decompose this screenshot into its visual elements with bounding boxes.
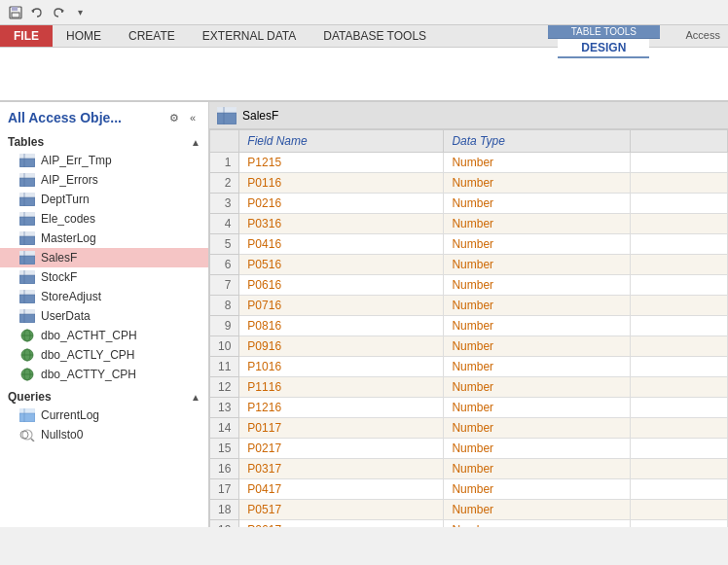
table-row[interactable]: 6 P0516 Number [210, 255, 728, 275]
tab-external-data[interactable]: EXTERNAL DATA [189, 25, 309, 47]
sidebar-item-salesf[interactable]: SalesF [0, 248, 208, 267]
globe-icon [19, 329, 35, 342]
quick-access-dropdown[interactable]: ▾ [70, 3, 90, 22]
sidebar: All Access Obje... ⚙ « Tables ▲ AIP_Err_… [0, 102, 209, 527]
table-row[interactable]: 19 P0617 Number [210, 520, 728, 528]
extra-cell [631, 439, 728, 459]
table-row[interactable]: 15 P0217 Number [210, 439, 728, 459]
data-type-cell: Number [444, 500, 631, 520]
svg-rect-26 [19, 251, 35, 256]
tab-design[interactable]: DESIGN [558, 39, 649, 58]
content-area: SalesF Field Name Data Type 1 P1215 Numb… [209, 102, 728, 527]
tab-database-tools[interactable]: DATABASE TOOLS [309, 25, 440, 47]
extra-cell [631, 459, 728, 479]
table-row[interactable]: 5 P0416 Number [210, 234, 728, 255]
row-num-cell: 11 [210, 357, 239, 377]
sidebar-item-aip-err-tmp[interactable]: AIP_Err_Tmp [0, 151, 208, 170]
sidebar-item-deptturn[interactable]: DeptTurn [0, 190, 208, 209]
field-name-cell: P0516 [239, 255, 444, 275]
sidebar-item-dbo-actty[interactable]: dbo_ACTTY_CPH [0, 365, 208, 384]
field-name-cell: P0216 [239, 194, 444, 214]
field-name-cell: P1016 [239, 357, 444, 377]
extra-cell [631, 173, 728, 194]
row-num-cell: 13 [210, 398, 239, 418]
field-name-cell: P1116 [239, 377, 444, 398]
app-name-label: Access [686, 29, 720, 41]
sidebar-item-userdata[interactable]: UserData [0, 306, 208, 326]
currentlog-label: CurrentLog [41, 408, 99, 422]
tab-home[interactable]: HOME [53, 25, 115, 47]
extra-cell [631, 479, 728, 500]
table-row[interactable]: 12 P1116 Number [210, 377, 728, 398]
tables-section-header[interactable]: Tables ▲ [0, 133, 208, 151]
table-row[interactable]: 9 P0816 Number [210, 316, 728, 336]
table-row[interactable]: 10 P0916 Number [210, 336, 728, 357]
content-table-icon [217, 107, 237, 124]
row-num-cell: 5 [210, 234, 239, 255]
field-name-cell: P0417 [239, 479, 444, 500]
undo-icon[interactable] [27, 3, 47, 22]
tab-create[interactable]: CREATE [115, 25, 189, 47]
sidebar-collapse-btn[interactable]: « [185, 110, 200, 125]
table-row[interactable]: 18 P0517 Number [210, 500, 728, 520]
table-icon [19, 193, 35, 206]
sidebar-item-aip-errors[interactable]: AIP_Errors [0, 170, 208, 190]
data-type-cell: Number [444, 316, 631, 336]
row-num-cell: 8 [210, 296, 239, 316]
data-grid[interactable]: Field Name Data Type 1 P1215 Number 2 P0… [209, 129, 728, 527]
sidebar-item-ele-codes[interactable]: Ele_codes [0, 209, 208, 229]
sidebar-item-currentlog[interactable]: CurrentLog [0, 406, 208, 425]
sidebar-config-btn[interactable]: ⚙ [166, 110, 182, 125]
row-num-cell: 18 [210, 500, 239, 520]
field-name-cell: P1216 [239, 398, 444, 418]
svg-line-56 [31, 439, 34, 441]
row-num-cell: 6 [210, 255, 239, 275]
svg-rect-38 [19, 309, 35, 314]
extra-cell [631, 336, 728, 357]
sidebar-item-stockf[interactable]: StockF [0, 267, 208, 287]
extra-cell [631, 316, 728, 336]
table-row[interactable]: 11 P1016 Number [210, 357, 728, 377]
field-name-cell: P0617 [239, 520, 444, 528]
table-row[interactable]: 8 P0716 Number [210, 296, 728, 316]
svg-rect-34 [19, 290, 35, 295]
svg-rect-51 [19, 408, 35, 413]
table-tools-label: TABLE TOOLS [548, 25, 660, 39]
data-type-cell: Number [444, 296, 631, 316]
table-row[interactable]: 16 P0317 Number [210, 459, 728, 479]
field-name-header: Field Name [239, 130, 444, 153]
dbo-actty-label: dbo_ACTTY_CPH [41, 368, 136, 381]
field-name-cell: P0317 [239, 459, 444, 479]
sidebar-item-masterlog[interactable]: MasterLog [0, 229, 208, 248]
table-row[interactable]: 2 P0116 Number [210, 173, 728, 194]
extra-cell [631, 398, 728, 418]
query2-icon [19, 428, 35, 441]
save-icon[interactable] [6, 3, 25, 22]
tab-file[interactable]: FILE [0, 25, 53, 47]
table-row[interactable]: 17 P0417 Number [210, 479, 728, 500]
table-row[interactable]: 1 P1215 Number [210, 153, 728, 173]
table-row[interactable]: 3 P0216 Number [210, 194, 728, 214]
svg-rect-6 [19, 154, 35, 159]
row-num-cell: 19 [210, 520, 239, 528]
table-row[interactable]: 7 P0616 Number [210, 275, 728, 296]
sidebar-item-dbo-actht[interactable]: dbo_ACTHT_CPH [0, 326, 208, 345]
svg-rect-1 [12, 7, 18, 11]
extra-cell [631, 520, 728, 528]
table-row[interactable]: 14 P0117 Number [210, 418, 728, 439]
sidebar-item-nullsto0[interactable]: Nullsto0 [0, 425, 208, 444]
redo-icon[interactable] [49, 3, 68, 22]
field-name-cell: P0816 [239, 316, 444, 336]
data-type-cell: Number [444, 398, 631, 418]
sidebar-item-storeadjust[interactable]: StoreAdjust [0, 287, 208, 306]
table-row[interactable]: 4 P0316 Number [210, 214, 728, 234]
queries-section-header[interactable]: Queries ▲ [0, 388, 208, 406]
sidebar-title: All Access Obje... [8, 110, 122, 125]
row-num-cell: 16 [210, 459, 239, 479]
table-icon [19, 173, 35, 187]
sidebar-item-dbo-actly[interactable]: dbo_ACTLY_CPH [0, 345, 208, 365]
query-icon [19, 408, 35, 422]
table-icon [19, 212, 35, 226]
table-icon [19, 290, 35, 303]
table-row[interactable]: 13 P1216 Number [210, 398, 728, 418]
